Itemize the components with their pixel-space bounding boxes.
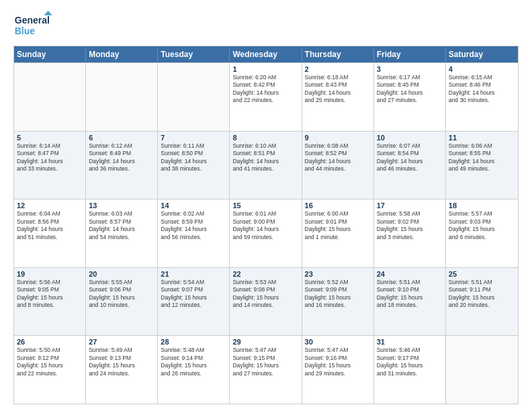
cell-info: Sunrise: 6:17 AMSunset: 8:45 PMDaylight:… (377, 74, 443, 105)
page: General Blue SundayMondayTuesdayWednesda… (0, 0, 532, 411)
calendar-cell: 13Sunrise: 6:03 AMSunset: 8:57 PMDayligh… (86, 199, 158, 267)
cell-info: Sunrise: 6:10 AMSunset: 8:51 PMDaylight:… (232, 142, 298, 173)
calendar-cell: 1Sunrise: 6:20 AMSunset: 8:42 PMDaylight… (230, 63, 302, 131)
cell-info: Sunrise: 5:46 AMSunset: 9:17 PMDaylight:… (377, 347, 443, 377)
calendar-cell: 4Sunrise: 6:15 AMSunset: 8:46 PMDaylight… (446, 63, 518, 131)
calendar-cell: 22Sunrise: 5:53 AMSunset: 9:08 PMDayligh… (230, 268, 302, 336)
cell-info: Sunrise: 5:49 AMSunset: 9:13 PMDaylight:… (89, 347, 154, 377)
day-number: 16 (305, 201, 371, 210)
day-number: 29 (232, 338, 298, 346)
day-number: 31 (377, 338, 443, 346)
day-number: 15 (232, 201, 298, 210)
cell-info: Sunrise: 5:47 AMSunset: 9:15 PMDaylight:… (232, 347, 298, 377)
day-number: 2 (305, 65, 371, 73)
day-header: Thursday (302, 46, 374, 62)
day-number: 26 (17, 338, 83, 346)
calendar-row: 26Sunrise: 5:50 AMSunset: 9:12 PMDayligh… (14, 335, 518, 404)
day-number: 7 (161, 134, 226, 142)
day-number: 27 (89, 338, 154, 346)
cell-info: Sunrise: 6:01 AMSunset: 9:00 PMDaylight:… (232, 210, 298, 241)
day-number: 13 (89, 201, 154, 210)
calendar-cell: 9Sunrise: 6:08 AMSunset: 8:52 PMDaylight… (302, 132, 374, 199)
calendar-cell: 3Sunrise: 6:17 AMSunset: 8:45 PMDaylight… (374, 63, 446, 131)
cell-info: Sunrise: 6:00 AMSunset: 9:01 PMDaylight:… (305, 210, 371, 241)
cell-info: Sunrise: 6:06 AMSunset: 8:55 PMDaylight:… (449, 142, 515, 173)
calendar-cell: 12Sunrise: 6:04 AMSunset: 8:56 PMDayligh… (14, 199, 86, 267)
calendar-row: 19Sunrise: 5:56 AMSunset: 9:05 PMDayligh… (14, 267, 518, 336)
cell-info: Sunrise: 6:12 AMSunset: 8:49 PMDaylight:… (89, 142, 154, 173)
cell-info: Sunrise: 5:56 AMSunset: 9:05 PMDaylight:… (17, 279, 83, 310)
day-number: 25 (449, 270, 515, 278)
calendar-row: 5Sunrise: 6:14 AMSunset: 8:47 PMDaylight… (14, 131, 518, 199)
cell-info: Sunrise: 6:08 AMSunset: 8:52 PMDaylight:… (305, 142, 371, 173)
cell-info: Sunrise: 6:03 AMSunset: 8:57 PMDaylight:… (89, 210, 154, 241)
day-number: 23 (305, 270, 371, 278)
calendar-cell: 31Sunrise: 5:46 AMSunset: 9:17 PMDayligh… (374, 336, 446, 404)
cell-info: Sunrise: 6:02 AMSunset: 8:59 PMDaylight:… (161, 210, 226, 241)
calendar-cell: 11Sunrise: 6:06 AMSunset: 8:55 PMDayligh… (446, 132, 518, 199)
calendar-cell: 16Sunrise: 6:00 AMSunset: 9:01 PMDayligh… (302, 199, 374, 267)
day-header: Sunday (14, 46, 86, 62)
cell-info: Sunrise: 5:52 AMSunset: 9:09 PMDaylight:… (305, 279, 371, 310)
calendar-cell: 30Sunrise: 5:47 AMSunset: 9:16 PMDayligh… (302, 336, 374, 404)
cell-info: Sunrise: 6:11 AMSunset: 8:50 PMDaylight:… (161, 142, 226, 173)
cell-info: Sunrise: 5:50 AMSunset: 9:12 PMDaylight:… (17, 347, 83, 377)
cell-info: Sunrise: 6:15 AMSunset: 8:46 PMDaylight:… (449, 74, 515, 105)
day-number: 24 (377, 270, 443, 278)
day-header: Wednesday (230, 46, 302, 62)
calendar-cell: 23Sunrise: 5:52 AMSunset: 9:09 PMDayligh… (302, 268, 374, 336)
calendar: SundayMondayTuesdayWednesdayThursdayFrid… (13, 46, 519, 404)
cell-info: Sunrise: 5:54 AMSunset: 9:07 PMDaylight:… (161, 279, 226, 310)
calendar-cell: 17Sunrise: 5:58 AMSunset: 9:02 PMDayligh… (374, 199, 446, 267)
day-number: 8 (232, 134, 298, 142)
calendar-cell: 24Sunrise: 5:51 AMSunset: 9:10 PMDayligh… (374, 268, 446, 336)
svg-text:General: General (15, 15, 50, 26)
day-number: 6 (89, 134, 154, 142)
cell-info: Sunrise: 6:04 AMSunset: 8:56 PMDaylight:… (17, 210, 83, 241)
empty-cell (86, 63, 158, 131)
day-number: 14 (161, 201, 226, 210)
cell-info: Sunrise: 6:18 AMSunset: 8:43 PMDaylight:… (305, 74, 371, 105)
cell-info: Sunrise: 6:07 AMSunset: 8:54 PMDaylight:… (377, 142, 443, 173)
day-number: 19 (17, 270, 83, 278)
day-number: 5 (17, 134, 83, 142)
calendar-header: SundayMondayTuesdayWednesdayThursdayFrid… (14, 46, 518, 62)
calendar-cell: 19Sunrise: 5:56 AMSunset: 9:05 PMDayligh… (14, 268, 86, 336)
calendar-cell: 29Sunrise: 5:47 AMSunset: 9:15 PMDayligh… (230, 336, 302, 404)
calendar-cell: 8Sunrise: 6:10 AMSunset: 8:51 PMDaylight… (230, 132, 302, 199)
cell-info: Sunrise: 6:20 AMSunset: 8:42 PMDaylight:… (232, 74, 298, 105)
calendar-row: 1Sunrise: 6:20 AMSunset: 8:42 PMDaylight… (14, 62, 518, 131)
day-number: 30 (305, 338, 371, 346)
logo-icon: General Blue (13, 10, 60, 40)
day-number: 11 (449, 134, 515, 142)
calendar-cell: 18Sunrise: 5:57 AMSunset: 9:03 PMDayligh… (446, 199, 518, 267)
calendar-cell: 26Sunrise: 5:50 AMSunset: 9:12 PMDayligh… (14, 336, 86, 404)
calendar-body: 1Sunrise: 6:20 AMSunset: 8:42 PMDaylight… (14, 62, 518, 404)
calendar-cell: 10Sunrise: 6:07 AMSunset: 8:54 PMDayligh… (374, 132, 446, 199)
calendar-cell: 7Sunrise: 6:11 AMSunset: 8:50 PMDaylight… (158, 132, 230, 199)
cell-info: Sunrise: 5:57 AMSunset: 9:03 PMDaylight:… (449, 210, 515, 241)
day-number: 10 (377, 134, 443, 142)
header: General Blue (13, 10, 519, 40)
cell-info: Sunrise: 5:55 AMSunset: 9:06 PMDaylight:… (89, 279, 154, 310)
day-number: 1 (232, 65, 298, 73)
day-number: 28 (161, 338, 226, 346)
empty-cell (446, 336, 518, 404)
calendar-cell: 20Sunrise: 5:55 AMSunset: 9:06 PMDayligh… (86, 268, 158, 336)
calendar-cell: 21Sunrise: 5:54 AMSunset: 9:07 PMDayligh… (158, 268, 230, 336)
day-number: 21 (161, 270, 226, 278)
svg-marker-2 (44, 11, 52, 15)
logo-area: General Blue (13, 10, 60, 40)
calendar-cell: 28Sunrise: 5:48 AMSunset: 9:14 PMDayligh… (158, 336, 230, 404)
day-header: Saturday (446, 46, 518, 62)
day-number: 17 (377, 201, 443, 210)
svg-text:Blue: Blue (15, 26, 36, 36)
day-number: 12 (17, 201, 83, 210)
day-header: Tuesday (158, 46, 230, 62)
empty-cell (14, 63, 86, 131)
calendar-cell: 2Sunrise: 6:18 AMSunset: 8:43 PMDaylight… (302, 63, 374, 131)
day-header: Monday (86, 46, 158, 62)
empty-cell (158, 63, 230, 131)
day-number: 9 (305, 134, 371, 142)
day-number: 3 (377, 65, 443, 73)
